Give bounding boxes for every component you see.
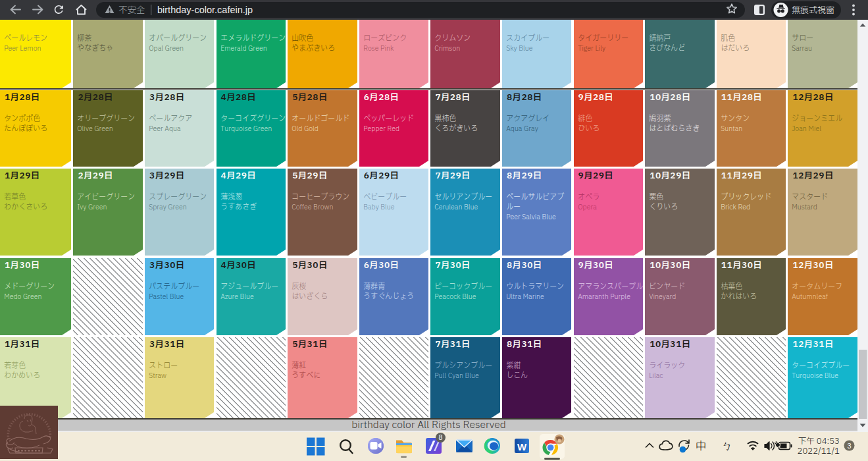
svg-text:不安全: 不安全 [118,4,145,17]
svg-text:birthday-color.cafein.jp: birthday-color.cafein.jp [157,5,253,15]
svg-text:3: 3 [847,442,851,450]
svg-text:ㄅ: ㄅ [722,439,732,454]
svg-text:中: 中 [696,438,707,454]
svg-text:8: 8 [439,433,443,441]
svg-text:W: W [517,441,527,452]
svg-text:無痕式視窗: 無痕式視窗 [792,4,834,17]
svg-text:2022/11/1: 2022/11/1 [798,445,840,458]
